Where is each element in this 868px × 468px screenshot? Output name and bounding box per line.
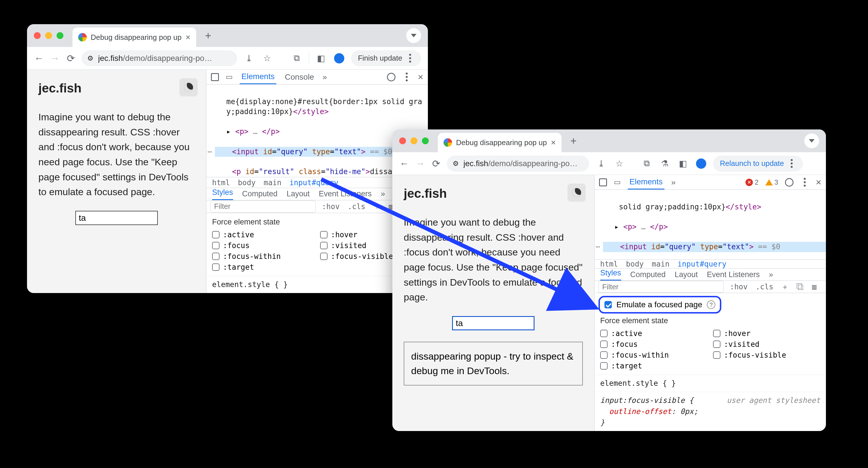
crumb-current[interactable]: input#query	[678, 260, 726, 268]
subtab-styles[interactable]: Styles	[600, 269, 621, 281]
tab-console[interactable]: Console	[283, 70, 316, 84]
more-tabs-icon[interactable]: »	[322, 72, 327, 82]
crumb[interactable]: html	[600, 260, 618, 268]
subtab-computed[interactable]: Computed	[630, 270, 666, 279]
crumb[interactable]: main	[264, 178, 281, 187]
side-panel-icon[interactable]: ◧	[315, 52, 327, 65]
warning-count-badge[interactable]: 3	[765, 178, 778, 186]
browser-tab[interactable]: Debug disappearing pop up ×	[72, 28, 196, 47]
address-bar[interactable]: ⚙ jec.fish/demo/disappearing-po…	[447, 156, 589, 172]
new-tab-button[interactable]: +	[201, 28, 216, 43]
element-style-block[interactable]: element.style { }	[594, 375, 826, 392]
reload-button[interactable]: ⟳	[431, 158, 441, 169]
devtools-menu-icon[interactable]	[800, 178, 809, 187]
help-icon[interactable]: ?	[707, 300, 715, 309]
crumb[interactable]: main	[652, 260, 670, 268]
more-tabs-icon[interactable]: »	[671, 178, 676, 187]
new-tab-button[interactable]: +	[566, 134, 581, 148]
install-app-icon[interactable]: ⤓	[595, 157, 607, 170]
state-hover[interactable]: :hover	[713, 329, 820, 338]
emulate-focused-page-option[interactable]: Emulate a focused page ?	[598, 296, 721, 314]
device-toolbar-icon[interactable]: ▭	[226, 72, 233, 81]
styles-filter-input[interactable]	[598, 281, 723, 293]
subtab-layout[interactable]: Layout	[675, 270, 698, 279]
cls-button[interactable]: .cls	[754, 282, 775, 292]
device-toolbar-icon[interactable]: ▭	[614, 178, 621, 187]
settings-gear-icon[interactable]	[785, 178, 794, 187]
subtab-event-listeners[interactable]: Event Listeners	[319, 189, 372, 198]
state-active[interactable]: :active	[212, 230, 314, 239]
copy-styles-icon[interactable]: ⿻	[795, 282, 806, 292]
settings-gear-icon[interactable]	[387, 73, 396, 81]
state-focus-within[interactable]: :focus-within	[600, 351, 707, 359]
close-window-icon[interactable]	[399, 138, 406, 144]
hov-button[interactable]: :hov	[320, 202, 341, 211]
side-panel-icon[interactable]: ◧	[677, 157, 689, 170]
state-target[interactable]: :target	[212, 263, 314, 271]
extensions-icon[interactable]: ⧉	[290, 52, 303, 65]
computed-toggle-icon[interactable]: ▥	[810, 282, 818, 292]
back-button[interactable]: ←	[399, 158, 409, 169]
tabs-overflow-button[interactable]	[804, 134, 819, 148]
reload-button[interactable]: ⟳	[66, 53, 76, 63]
error-count-badge[interactable]: ✕2	[745, 178, 758, 186]
devtools-close-icon[interactable]: ×	[417, 71, 423, 83]
labs-icon[interactable]: ⚗	[658, 157, 671, 170]
profile-avatar-icon[interactable]	[696, 158, 706, 169]
new-style-rule-icon[interactable]: ＋	[780, 281, 790, 292]
state-focus[interactable]: :focus	[212, 241, 314, 250]
browser-tab[interactable]: Debug disappearing pop up ×	[438, 133, 561, 152]
close-tab-icon[interactable]: ×	[551, 138, 556, 147]
subtab-layout[interactable]: Layout	[287, 189, 310, 198]
state-focus[interactable]: :focus	[600, 340, 707, 349]
crumb[interactable]: body	[238, 178, 256, 187]
tab-elements[interactable]: Elements	[240, 70, 276, 84]
state-active[interactable]: :active	[600, 329, 707, 338]
inspect-element-icon[interactable]	[211, 73, 219, 81]
more-subtabs-icon[interactable]: »	[381, 189, 385, 198]
ua-style-block[interactable]: user agent stylesheet input:focus-visibl…	[594, 392, 826, 431]
window-traffic-lights[interactable]	[399, 138, 429, 144]
install-app-icon[interactable]: ⤓	[243, 52, 255, 65]
crumb[interactable]: html	[212, 178, 230, 187]
relaunch-chip[interactable]: Relaunch to update	[713, 156, 803, 172]
state-visited[interactable]: :visited	[713, 340, 820, 349]
finish-update-chip[interactable]: Finish update	[351, 50, 421, 66]
emulate-checkbox-icon[interactable]	[604, 301, 612, 309]
inspect-element-icon[interactable]	[599, 178, 607, 186]
back-button[interactable]: ←	[34, 53, 44, 63]
zoom-window-icon[interactable]	[422, 138, 429, 144]
crumb[interactable]: body	[626, 260, 644, 268]
subtab-event-listeners[interactable]: Event Listeners	[707, 270, 760, 279]
demo-text-input[interactable]	[452, 316, 534, 330]
devtools-menu-icon[interactable]	[402, 72, 411, 81]
bookmark-icon[interactable]: ☆	[261, 52, 274, 65]
close-window-icon[interactable]	[34, 32, 41, 39]
site-settings-icon[interactable]: ⚙	[453, 159, 459, 168]
subtab-computed[interactable]: Computed	[242, 189, 278, 198]
bookmark-icon[interactable]: ☆	[613, 157, 625, 170]
minimize-window-icon[interactable]	[410, 138, 417, 144]
demo-text-input[interactable]	[75, 211, 158, 225]
new-style-rule-icon[interactable]: ＋	[372, 201, 382, 212]
site-settings-icon[interactable]: ⚙	[87, 54, 94, 62]
tab-elements[interactable]: Elements	[628, 175, 664, 189]
profile-avatar-icon[interactable]	[334, 53, 344, 63]
more-subtabs-icon[interactable]: »	[769, 270, 773, 279]
theme-toggle-button[interactable]	[567, 183, 586, 202]
extensions-icon[interactable]: ⧉	[640, 157, 653, 170]
hov-button[interactable]: :hov	[728, 282, 749, 292]
subtab-styles[interactable]: Styles	[212, 188, 233, 200]
state-focus-visible[interactable]: :focus-visible	[713, 351, 820, 359]
address-bar[interactable]: ⚙ jec.fish/demo/disappearing-po…	[82, 50, 237, 66]
dom-breadcrumbs[interactable]: html body main input#query	[594, 260, 826, 269]
dom-tree[interactable]: solid gray;padding:10px}</style> ▸ <p> ……	[594, 190, 826, 260]
devtools-close-icon[interactable]: ×	[816, 177, 822, 188]
cls-button[interactable]: .cls	[346, 202, 367, 211]
crumb-current[interactable]: input#query	[289, 178, 338, 187]
theme-toggle-button[interactable]	[179, 78, 197, 96]
zoom-window-icon[interactable]	[57, 32, 63, 39]
tabs-overflow-button[interactable]	[406, 28, 421, 43]
close-tab-icon[interactable]: ×	[185, 32, 190, 42]
state-target[interactable]: :target	[600, 361, 707, 370]
